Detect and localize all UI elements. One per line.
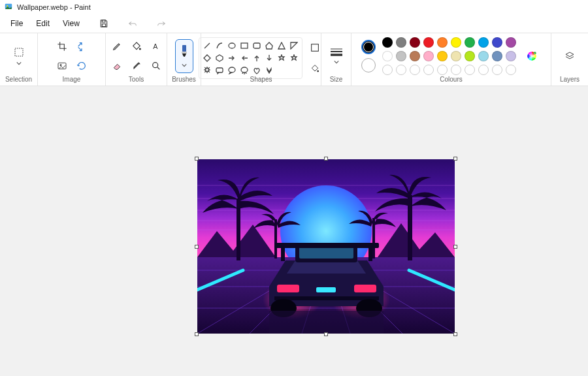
colour-swatch[interactable] [506, 37, 516, 48]
colour-swatch[interactable] [423, 51, 434, 61]
colour-swatch[interactable] [451, 51, 461, 61]
colour-swatch[interactable] [437, 51, 448, 61]
colour-swatch[interactable] [396, 51, 406, 61]
colour-swatch[interactable] [437, 37, 448, 48]
group-image: Image [38, 33, 106, 86]
colour-swatch[interactable] [478, 65, 489, 75]
resize-handle-ml[interactable] [195, 245, 199, 249]
colour-swatch[interactable] [437, 65, 448, 75]
svg-rect-10 [182, 45, 186, 52]
colour-wheel-icon: + [527, 51, 537, 61]
svg-rect-55 [277, 285, 299, 292]
svg-point-7 [139, 48, 140, 50]
svg-rect-4 [15, 48, 23, 56]
resize-handle-br[interactable] [453, 332, 457, 336]
colour-swatch[interactable] [396, 65, 406, 75]
menu-file[interactable]: File [4, 16, 29, 31]
colour-palette-row2[interactable] [382, 51, 516, 61]
colour-swatch[interactable] [492, 37, 502, 48]
crop-button[interactable] [54, 38, 71, 55]
svg-point-16 [229, 67, 235, 72]
resize-handle-tr[interactable] [453, 157, 457, 161]
menu-edit[interactable]: Edit [29, 16, 56, 31]
colour-swatch[interactable] [465, 51, 475, 61]
brushes-button[interactable] [175, 39, 193, 73]
svg-rect-54 [368, 248, 372, 261]
svg-point-19 [318, 70, 319, 72]
colour-palette-custom[interactable] [382, 65, 516, 75]
app-icon [4, 3, 13, 12]
group-label-tools: Tools [129, 76, 144, 83]
rotate-button[interactable] [73, 57, 90, 74]
svg-text:A: A [153, 42, 158, 50]
colour-swatch[interactable] [410, 65, 420, 75]
colour-primary[interactable] [361, 40, 376, 54]
svg-point-9 [152, 63, 157, 68]
colour-swatch[interactable] [410, 37, 420, 48]
svg-point-12 [229, 43, 235, 48]
colour-swatch[interactable] [506, 65, 516, 75]
window-title: Wallpaper.webp - Paint [17, 3, 91, 11]
svg-rect-51 [299, 247, 353, 258]
colour-swatch[interactable] [396, 37, 406, 48]
svg-text:+: + [534, 52, 535, 55]
group-size: Size [321, 33, 351, 86]
resize-handle-mr[interactable] [453, 245, 457, 249]
resize-handle-bm[interactable] [324, 332, 328, 336]
redo-button[interactable] [153, 15, 170, 32]
colour-swatch[interactable] [465, 37, 475, 48]
group-shapes: Shapes [201, 33, 321, 86]
colour-secondary[interactable] [361, 58, 376, 72]
size-button[interactable] [327, 39, 346, 73]
svg-rect-61 [269, 311, 384, 334]
colour-swatch[interactable] [465, 65, 475, 75]
svg-rect-15 [216, 68, 223, 72]
svg-rect-14 [253, 43, 260, 48]
resize-handle-tl[interactable] [195, 157, 199, 161]
resize-button[interactable] [73, 38, 90, 55]
svg-rect-2 [102, 20, 105, 22]
text-tool[interactable]: A [148, 38, 165, 55]
colour-swatch[interactable] [423, 65, 434, 75]
group-label-layers: Layers [560, 76, 580, 83]
colour-swatch[interactable] [478, 37, 489, 48]
group-label-selection: Selection [5, 76, 32, 83]
shapes-gallery[interactable] [199, 37, 302, 79]
fill-tool[interactable] [128, 38, 145, 55]
colour-swatch[interactable] [451, 37, 461, 48]
svg-rect-57 [316, 287, 336, 292]
canvas-area[interactable] [0, 86, 588, 376]
eraser-tool[interactable] [108, 57, 125, 74]
colour-palette-row1[interactable] [382, 37, 516, 48]
menu-view[interactable]: View [56, 16, 86, 31]
colour-swatch[interactable] [382, 37, 393, 48]
colour-swatch[interactable] [423, 37, 434, 48]
select-tool[interactable] [10, 39, 28, 73]
magnifier-tool[interactable] [148, 57, 165, 74]
colour-picker-tool[interactable] [128, 57, 145, 74]
colour-swatch[interactable] [410, 51, 420, 61]
colour-swatch[interactable] [451, 65, 461, 75]
undo-button[interactable] [124, 15, 141, 32]
menu-bar: File Edit View [0, 14, 588, 33]
group-selection: Selection [0, 33, 38, 86]
colour-swatch[interactable] [492, 65, 502, 75]
resize-handle-bl[interactable] [195, 332, 199, 336]
colour-swatch[interactable] [382, 65, 393, 75]
pencil-tool[interactable] [108, 38, 125, 55]
layers-button[interactable] [560, 46, 580, 66]
colour-swatch[interactable] [506, 51, 516, 61]
colour-swatch[interactable] [382, 51, 393, 61]
svg-rect-11 [182, 52, 187, 54]
svg-rect-52 [274, 243, 379, 248]
edit-colours-button[interactable]: + [523, 47, 541, 65]
image-canvas[interactable] [197, 159, 455, 334]
svg-rect-58 [274, 296, 379, 300]
image-gen-button[interactable] [54, 57, 71, 74]
resize-handle-tm[interactable] [324, 157, 328, 161]
save-button[interactable] [95, 15, 112, 32]
group-label-colours: Colours [440, 76, 462, 83]
colour-swatch[interactable] [478, 51, 489, 61]
svg-point-17 [241, 67, 248, 72]
colour-swatch[interactable] [492, 51, 502, 61]
